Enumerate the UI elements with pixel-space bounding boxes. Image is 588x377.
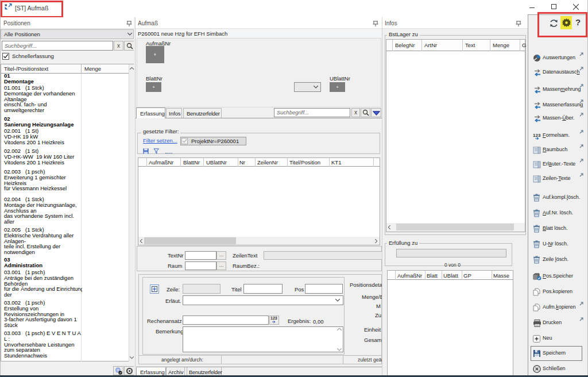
svg-text:123: 123	[533, 133, 541, 138]
